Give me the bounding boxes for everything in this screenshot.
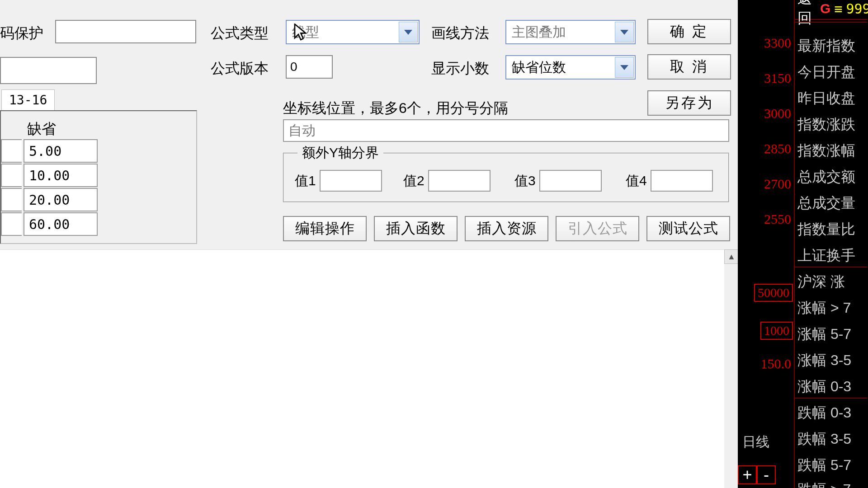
market-row: 总成交额 [797,164,868,190]
decimal-combo[interactable]: 缺省位数 [505,55,636,80]
yaxis-val4-input[interactable] [651,170,713,192]
draw-method-value: 主图叠加 [512,23,566,42]
axis-tick: 3300 [764,35,791,51]
market-row: 指数量比 [797,217,868,242]
param-default-header: 缺省 [27,119,56,139]
code-g: G [820,1,830,16]
axis-tick: 150.0 [761,356,792,371]
param-tabs: 13-16 [1,89,55,110]
market-row: 涨幅 0-3 [797,374,868,399]
code-num: 999 [846,1,868,17]
mouse-cursor-icon [294,23,307,42]
password-protect-label: 码保护 [0,23,43,43]
market-row: 涨幅 > 7 [797,296,868,321]
market-row: 涨幅 5-7 [797,322,868,347]
param-default-2[interactable] [24,164,98,187]
param-left-4[interactable] [1,212,22,236]
formula-type-label: 公式类型 [211,23,269,43]
axis-tick: 3150 [764,70,791,86]
market-row: 今日开盘 [797,60,868,85]
extra-yaxis-legend: 额外Y轴分界 [297,144,383,162]
axis-tick-box: 1000 [760,322,793,340]
market-row: 总成交量 [797,191,868,216]
code-eq: ≡ [834,1,842,17]
cancel-button[interactable]: 取 消 [647,54,731,80]
zoom-out-button[interactable]: - [757,465,776,484]
market-row: 跌幅 > 7 [797,477,868,488]
edit-op-button[interactable]: 编辑操作 [283,216,367,241]
formula-editor-dialog: 码保护 公式类型 线型 画线方法 主图叠加 确 定 公式版本 显示小数 缺省位数… [0,0,741,488]
insert-fn-button[interactable]: 插入函数 [374,216,458,241]
market-row: 跌幅 5-7 [797,453,868,478]
axis-tick: 3000 [764,106,791,121]
market-row: 跌幅 3-5 [797,427,868,452]
market-row: 上证换手 [797,243,868,268]
param-default-3[interactable] [24,188,98,211]
chevron-down-icon [615,22,634,42]
scroll-up-icon[interactable]: ▲ [724,249,739,264]
decimal-label: 显示小数 [431,59,489,79]
insert-res-button[interactable]: 插入资源 [465,216,548,241]
yaxis-val2-input[interactable] [428,170,491,192]
password-input[interactable] [55,20,196,43]
return-button[interactable]: 返回 [797,0,812,28]
yaxis-val1-label: 值1 [295,172,316,190]
formula-toolbar: 编辑操作 插入函数 插入资源 引入公式 测试公式 [283,216,730,241]
market-row: 指数涨跌 [797,112,868,137]
coord-lines-label: 坐标线位置，最多6个，用分号分隔 [283,99,508,118]
axis-tick: 2700 [764,176,791,192]
market-row: 跌幅 0-3 [797,400,868,426]
formula-code-editor[interactable] [0,249,724,488]
param-left-2[interactable] [1,164,22,187]
param-default-1[interactable] [24,139,98,163]
formula-version-input[interactable] [286,55,333,79]
market-side-panel: 3300 3150 3000 2850 2700 2550 50000 1000… [738,0,868,488]
market-labels-column: 返回 G ≡ 999 最新指数 今日开盘 昨日收盘 指数涨跌 指数涨幅 总成交额… [795,0,867,488]
axis-tick-box: 50000 [754,284,793,302]
chevron-down-icon [615,57,634,78]
draw-method-label: 画线方法 [431,23,489,43]
ok-button[interactable]: 确 定 [647,19,731,44]
axis-tick: 2850 [764,141,791,156]
market-row: 指数涨幅 [797,138,868,164]
import-formula-button[interactable]: 引入公式 [556,216,639,241]
market-row: 涨幅 3-5 [797,348,868,373]
decimal-value: 缺省位数 [512,58,566,77]
test-formula-button[interactable]: 测试公式 [646,216,730,241]
market-row: 最新指数 [797,33,868,59]
axis-tick: 2550 [764,211,791,227]
draw-method-combo[interactable]: 主图叠加 [505,20,636,44]
saveas-button[interactable]: 另存为 [647,90,731,116]
coord-lines-input[interactable] [283,119,729,142]
yaxis-val4-label: 值4 [626,172,647,190]
param-default-4[interactable] [24,212,98,236]
param-defaults-panel: 缺省 [0,110,197,244]
tab-13-16[interactable]: 13-16 [1,89,55,110]
market-row: 昨日收盘 [797,86,868,111]
param-left-3[interactable] [1,188,22,211]
extra-yaxis-group: 额外Y轴分界 值1 值2 值3 值4 [283,153,729,202]
formula-version-label: 公式版本 [211,59,269,79]
yaxis-val1-input[interactable] [320,170,382,192]
yaxis-val3-input[interactable] [539,170,602,192]
zoom-in-button[interactable]: + [738,465,757,484]
period-label: 日线 [742,433,769,451]
desc-input[interactable] [0,57,97,84]
yaxis-val2-label: 值2 [403,172,425,190]
chevron-down-icon [399,22,418,42]
yaxis-val3-label: 值3 [514,172,536,190]
param-left-1[interactable] [1,139,22,163]
market-row: 沪深 涨 [797,269,868,295]
chart-axis-column: 3300 3150 3000 2850 2700 2550 50000 1000… [738,0,795,488]
